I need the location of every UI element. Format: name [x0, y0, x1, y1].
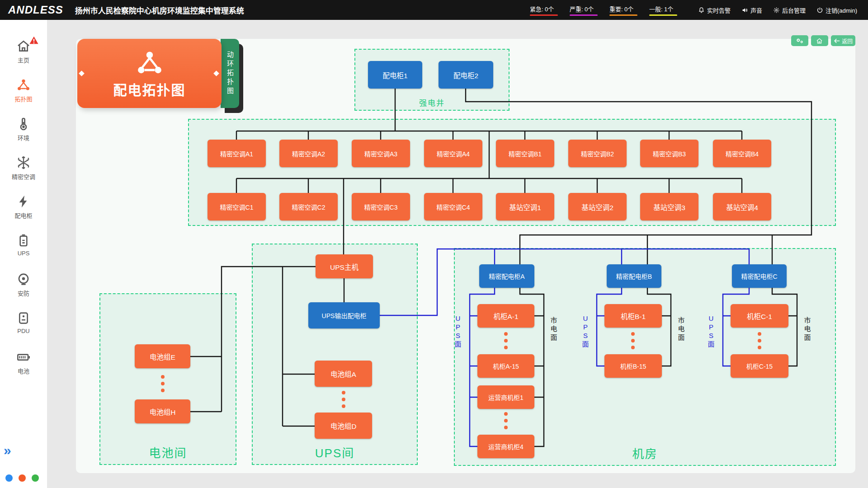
alarm-stat-important: 重要: 0个: [609, 5, 637, 16]
app-logo: ANDLESS: [8, 4, 63, 16]
lightning-icon: [16, 194, 31, 209]
node-pdc-b[interactable]: 精密配电柜B: [607, 264, 661, 288]
mains-side-label-c: 市 电 面: [802, 316, 813, 342]
topology-icon: [135, 48, 164, 77]
sidebar-item-environment[interactable]: 环境: [0, 117, 47, 151]
node-bs-ac-2[interactable]: 基站空调2: [568, 193, 627, 221]
node-ac-c4[interactable]: 精密空调C4: [424, 193, 482, 221]
node-ups-output[interactable]: UPS输出配电柜: [308, 302, 380, 328]
sidebar-expand-chevron[interactable]: »: [4, 444, 11, 457]
node-ac-a1[interactable]: 精密空调A1: [208, 140, 266, 167]
node-ac-c3[interactable]: 精密空调C3: [352, 193, 410, 221]
sidebar-item-topology[interactable]: 拓扑图: [0, 78, 47, 112]
node-pd-cabinet-1[interactable]: 配电柜1: [368, 61, 422, 89]
node-rack-b1[interactable]: 机柜B-1: [604, 304, 662, 328]
ups-side-label-c: U P S 面: [705, 314, 717, 349]
menu-realtime-alarm[interactable]: 实时告警: [698, 6, 731, 14]
room-label-strong-well: 强电井: [355, 97, 509, 108]
sidebar-item-pdu[interactable]: PDU: [0, 311, 47, 345]
node-bs-ac-3[interactable]: 基站空调3: [640, 193, 698, 221]
bell-icon: [698, 7, 705, 14]
status-dot-2: [32, 474, 39, 482]
thermometer-icon: [16, 117, 31, 131]
node-rack-a15[interactable]: 机柜A-15: [477, 354, 534, 378]
node-ac-b2[interactable]: 精密空调B2: [568, 140, 627, 167]
alarm-level-bar: [570, 14, 598, 16]
node-ups-main[interactable]: UPS主机: [316, 254, 373, 278]
node-op-rack-1[interactable]: 运营商机柜1: [477, 385, 534, 409]
node-pdc-a[interactable]: 精密配电柜A: [479, 264, 534, 288]
status-dot-1: [19, 474, 26, 482]
topology-icon: [16, 78, 31, 92]
node-ac-c2[interactable]: 精密空调C2: [279, 193, 338, 221]
snowflake-icon: [16, 155, 31, 170]
sidebar-item-battery[interactable]: 电池: [0, 350, 47, 384]
node-rack-a1[interactable]: 机柜A-1: [477, 304, 534, 328]
node-ac-a2[interactable]: 精密空调A2: [279, 140, 338, 167]
node-pdc-c[interactable]: 精密配电柜C: [732, 264, 787, 288]
room-label-battery: 电池间: [100, 444, 236, 460]
ups-side-label-a: U P S 面: [452, 314, 464, 349]
corner-back-button[interactable]: 返回: [831, 35, 855, 46]
gear-icon: [773, 7, 780, 14]
sidebar-item-power-cabinet[interactable]: 配电柜: [0, 194, 47, 229]
alarm-level-bar: [609, 14, 637, 16]
mains-side-label-a: 市 电 面: [548, 316, 560, 342]
sidebar-item-security[interactable]: 安防: [0, 272, 47, 306]
node-ac-c1[interactable]: 精密空调C1: [208, 193, 266, 221]
alarm-stat-emergency: 紧急: 0个: [530, 5, 558, 16]
tab-dynamic-topology[interactable]: 动环拓扑图: [221, 39, 239, 108]
alarm-stat-severe: 严重: 0个: [570, 5, 598, 16]
status-dot-0: [5, 474, 13, 482]
alarm-warning-badge-icon: [28, 35, 39, 46]
menu-sound[interactable]: 声音: [741, 6, 762, 14]
sidebar-item-home[interactable]: 主页: [0, 39, 47, 73]
sidebar-footer: »: [0, 445, 47, 488]
cctv-icon: [16, 272, 31, 286]
node-ac-a3[interactable]: 精密空调A3: [352, 140, 410, 167]
node-rack-b15[interactable]: 机柜B-15: [604, 354, 662, 378]
ups-battery-icon: [16, 233, 31, 248]
node-bat-a[interactable]: 电池组A: [315, 361, 372, 387]
alarm-stats: 紧急: 0个严重: 0个重要: 0个一般: 1个: [530, 5, 677, 16]
node-rack-c15[interactable]: 机柜C-15: [731, 354, 788, 378]
node-bat-d[interactable]: 电池组D: [315, 413, 372, 439]
node-bat-h[interactable]: 电池组H: [135, 399, 190, 423]
battery-icon: [16, 350, 31, 364]
topbar: ANDLESS 扬州市人民检察院中心机房环境监控集中管理系统 紧急: 0个严重:…: [0, 0, 868, 20]
room-label-ups: UPS间: [253, 444, 417, 460]
node-pd-cabinet-2[interactable]: 配电柜2: [439, 61, 493, 89]
topbar-menu: 实时告警声音后台管理注销(admin): [698, 6, 857, 14]
node-ac-b1[interactable]: 精密空调B1: [496, 140, 554, 167]
node-ac-b4[interactable]: 精密空调B4: [713, 140, 771, 167]
corner-settings-button[interactable]: [791, 35, 808, 46]
corner-home-button[interactable]: [811, 35, 828, 46]
gears-icon: [795, 38, 804, 44]
sidebar-item-ups[interactable]: UPS: [0, 233, 47, 267]
node-rack-c1[interactable]: 机柜C-1: [731, 304, 788, 328]
sidebar-item-precision-ac[interactable]: 精密空调: [0, 155, 47, 190]
alarm-level-bar: [649, 14, 677, 16]
speaker-icon: [741, 7, 748, 14]
sidebar: 主页拓扑图环境精密空调配电柜UPS安防PDU电池 »: [0, 20, 47, 488]
alarm-level-bar: [530, 14, 558, 16]
room-battery: 电池间: [99, 293, 236, 465]
page-title: 配电拓扑图: [113, 79, 186, 99]
back-icon: [834, 38, 840, 44]
page-title-card: 配电拓扑图: [77, 39, 222, 108]
node-op-rack-4[interactable]: 运营商机柜4: [477, 435, 534, 458]
app-title: 扬州市人民检察院中心机房环境监控集中管理系统: [75, 5, 244, 16]
power-icon: [816, 7, 823, 14]
node-ac-b3[interactable]: 精密空调B3: [640, 140, 698, 167]
pdu-icon: [16, 311, 31, 325]
corner-actions: 返回: [791, 35, 855, 46]
status-dots: [5, 474, 39, 482]
menu-logout[interactable]: 注销(admin): [816, 6, 857, 14]
mains-side-label-b: 市 电 面: [675, 316, 687, 342]
node-bs-ac-1[interactable]: 基站空调1: [496, 193, 554, 221]
node-bs-ac-4[interactable]: 基站空调4: [713, 193, 771, 221]
menu-admin[interactable]: 后台管理: [773, 6, 806, 14]
alarm-stat-general: 一般: 1个: [649, 5, 677, 16]
node-bat-e[interactable]: 电池组E: [135, 344, 190, 368]
node-ac-a4[interactable]: 精密空调A4: [424, 140, 482, 167]
